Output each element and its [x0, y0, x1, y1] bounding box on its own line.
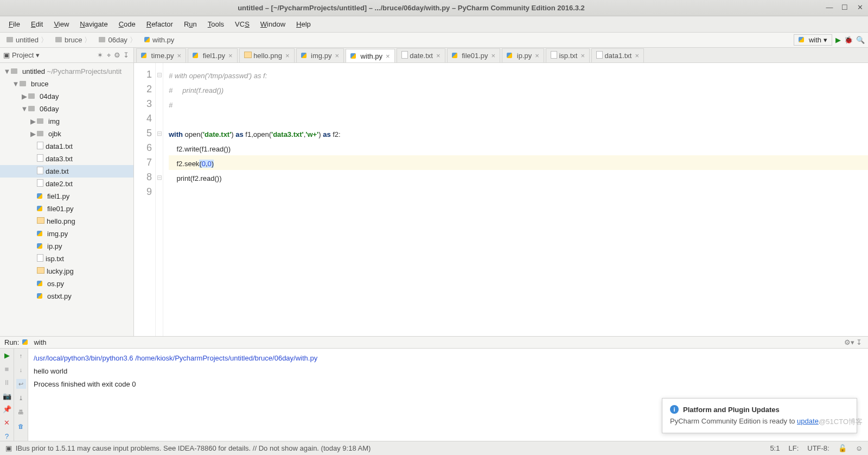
clear-all-button[interactable]: 🗑	[16, 421, 26, 431]
close-tab-icon[interactable]: ×	[635, 52, 639, 60]
editor-tab[interactable]: file01.py×	[447, 48, 501, 62]
close-tab-icon[interactable]: ×	[580, 52, 585, 60]
editor-tab[interactable]: date.txt×	[397, 48, 445, 62]
crumb-file[interactable]: with.py	[141, 34, 181, 46]
menu-view[interactable]: View	[48, 18, 74, 30]
update-link[interactable]: update	[797, 417, 819, 425]
tree-item[interactable]: fiel1.py	[0, 190, 133, 203]
tree-item[interactable]: lucky.jpg	[0, 265, 133, 277]
rerun-button[interactable]: ▶	[2, 351, 12, 360]
close-tab-icon[interactable]: ×	[535, 52, 539, 60]
tree-item[interactable]: ▶04day	[0, 90, 133, 103]
notification-title: Platform and Plugin Updates	[683, 406, 780, 414]
status-message[interactable]: IBus prior to 1.5.11 may cause input pro…	[16, 444, 371, 452]
tree-item[interactable]: ▼bruce	[0, 78, 133, 90]
editor-tab[interactable]: with.py×	[346, 49, 395, 63]
tree-item[interactable]: hello.png	[0, 215, 133, 228]
help-button[interactable]: ?	[2, 432, 12, 441]
close-tab-button[interactable]: ✕	[2, 418, 12, 427]
hide-tool-window-icon[interactable]: ↧	[122, 51, 130, 59]
pin-tab-button[interactable]: 📌	[2, 405, 12, 414]
print-button[interactable]: 🖶	[16, 407, 26, 417]
tree-item[interactable]: ▶ojbk	[0, 128, 133, 140]
menu-refactor[interactable]: Refactor	[141, 18, 178, 30]
scroll-to-end-button[interactable]: ⤓	[16, 393, 26, 403]
crumb-project[interactable]: untitled	[3, 34, 52, 46]
close-button[interactable]: ✕	[855, 3, 865, 13]
menu-window[interactable]: Window	[255, 18, 291, 30]
editor-tab[interactable]: hello.png×	[239, 48, 295, 62]
crumb-folder[interactable]: 06day	[95, 34, 141, 46]
stop-button[interactable]: ■	[2, 364, 12, 374]
tree-item[interactable]: ip.py	[0, 240, 133, 252]
tree-item[interactable]: data1.txt	[0, 140, 133, 153]
menu-help[interactable]: Help	[291, 18, 316, 30]
run-config-select[interactable]: with ▾	[794, 34, 832, 46]
tree-item[interactable]: ostxt.py	[0, 290, 133, 302]
tree-item[interactable]: isp.txt	[0, 252, 133, 265]
close-tab-icon[interactable]: ×	[335, 52, 339, 60]
editor-tab[interactable]: img.py×	[296, 48, 344, 62]
project-tree[interactable]: ▼untitled ~/PycharmProjects/untit▼bruce▶…	[0, 63, 133, 336]
close-tab-icon[interactable]: ×	[285, 52, 290, 60]
tree-item[interactable]: data3.txt	[0, 153, 133, 165]
minimize-button[interactable]: —	[825, 3, 834, 13]
info-icon: i	[670, 405, 679, 414]
soft-wrap-button[interactable]: ↩	[16, 379, 26, 389]
editor-tab[interactable]: time.py×	[136, 48, 186, 62]
collapse-all-icon[interactable]: ✶	[95, 51, 104, 59]
scroll-from-source-icon[interactable]: ⌖	[104, 51, 113, 60]
menu-tools[interactable]: Tools	[202, 18, 229, 30]
line-number-gutter[interactable]: 123456789	[134, 63, 156, 336]
file-encoding[interactable]: UTF-8:	[807, 444, 829, 452]
readonly-lock-icon[interactable]: 🔓	[838, 444, 847, 452]
search-everywhere-icon[interactable]: 🔍	[856, 36, 865, 44]
up-stacktrace-button[interactable]: ↑	[16, 351, 26, 361]
status-tool-window-icon[interactable]: ▣	[5, 444, 12, 452]
close-tab-icon[interactable]: ×	[177, 52, 182, 60]
code-content[interactable]: # with open('/tmp/passwd') as f: # print…	[163, 63, 868, 336]
file-icon	[596, 51, 603, 60]
hide-tool-window-icon[interactable]: ↧	[854, 338, 864, 346]
fold-gutter[interactable]: ⊟ ⊟⊟	[156, 63, 163, 336]
hector-inspection-icon[interactable]: ☺	[856, 444, 863, 452]
gear-icon[interactable]: ⚙	[113, 51, 122, 59]
python-file-icon	[22, 338, 30, 346]
close-tab-icon[interactable]: ×	[386, 52, 390, 60]
tree-item[interactable]: date2.txt	[0, 178, 133, 190]
menu-vcs[interactable]: VCS	[229, 18, 255, 30]
pause-button[interactable]: ⏸	[2, 378, 12, 387]
menu-run[interactable]: Run	[178, 18, 202, 30]
editor-tab[interactable]: isp.txt×	[546, 48, 590, 62]
code-editor[interactable]: 123456789 ⊟ ⊟⊟ # with open('/tmp/passwd'…	[134, 63, 868, 336]
down-stacktrace-button[interactable]: ↓	[16, 365, 26, 375]
close-tab-icon[interactable]: ×	[492, 52, 496, 60]
tree-item[interactable]: ▼06day	[0, 103, 133, 115]
dump-threads-button[interactable]: 📷	[2, 391, 12, 401]
window-title: untitled – [~/PycharmProjects/untitled] …	[3, 4, 819, 12]
close-tab-icon[interactable]: ×	[436, 52, 441, 60]
menu-file[interactable]: File	[3, 18, 25, 30]
caret-position[interactable]: 5:1	[770, 444, 780, 452]
maximize-button[interactable]: ☐	[840, 3, 850, 13]
chevron-down-icon[interactable]: ▾	[36, 51, 40, 59]
gear-icon[interactable]: ⚙▾	[844, 338, 854, 346]
crumb-folder[interactable]: bruce	[52, 34, 96, 46]
editor-tab[interactable]: data1.txt×	[591, 48, 644, 62]
close-tab-icon[interactable]: ×	[228, 52, 233, 60]
tree-item[interactable]: img.py	[0, 228, 133, 240]
menu-navigate[interactable]: Navigate	[74, 18, 113, 30]
line-separator[interactable]: LF:	[788, 444, 799, 452]
tree-item[interactable]: file01.py	[0, 203, 133, 215]
menu-code[interactable]: Code	[113, 18, 141, 30]
run-button[interactable]: ▶	[835, 36, 841, 44]
editor-tab[interactable]: fiel1.py×	[188, 48, 237, 62]
tree-item[interactable]: ▼untitled ~/PycharmProjects/untit	[0, 65, 133, 78]
tree-item[interactable]: ▶img	[0, 115, 133, 128]
debug-button[interactable]: 🐞	[844, 36, 853, 44]
menu-edit[interactable]: Edit	[25, 18, 48, 30]
file-icon	[350, 52, 359, 60]
tree-item[interactable]: os.py	[0, 277, 133, 290]
tree-item[interactable]: date.txt	[0, 165, 133, 178]
editor-tab[interactable]: ip.py×	[502, 48, 544, 62]
